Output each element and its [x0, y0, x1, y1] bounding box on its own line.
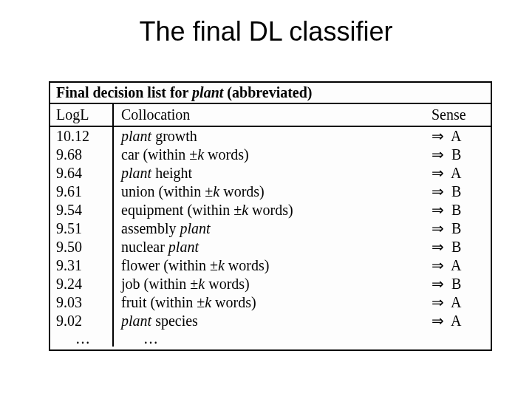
caption-suffix: (abbreviated) — [223, 84, 312, 100]
cell-collocation: equipment (within ±k words) — [114, 201, 432, 219]
cell-sense: ⇒ A — [432, 127, 485, 146]
cell-collocation: plant growth — [114, 127, 432, 146]
table-row: 9.24job (within ±k words)⇒ B — [50, 275, 491, 293]
ellipsis-sense — [432, 330, 485, 347]
table-caption: Final decision list for plant (abbreviat… — [50, 83, 491, 104]
cell-sense: ⇒ A — [432, 164, 485, 183]
cell-sense: ⇒ A — [432, 312, 485, 330]
cell-collocation: car (within ±k words) — [114, 146, 432, 164]
table-header-row: LogL Collocation Sense — [50, 104, 491, 127]
cell-logl: 9.03 — [56, 293, 114, 312]
cell-logl: 9.51 — [56, 219, 114, 238]
header-sense: Sense — [432, 106, 485, 124]
cell-collocation: job (within ±k words) — [114, 275, 432, 293]
cell-logl: 9.02 — [56, 312, 114, 330]
cell-sense: ⇒ B — [432, 219, 485, 238]
cell-logl: 9.50 — [56, 238, 114, 256]
table-row: 9.54equipment (within ±k words)⇒ B — [50, 201, 491, 219]
header-collocation: Collocation — [114, 106, 432, 124]
cell-collocation: assembly plant — [114, 219, 432, 238]
table-row: 9.02plant species⇒ A — [50, 312, 491, 330]
table-row: 9.51assembly plant⇒ B — [50, 219, 491, 238]
cell-collocation: union (within ±k words) — [114, 183, 432, 201]
header-logl: LogL — [56, 104, 114, 126]
cell-collocation: plant species — [114, 312, 432, 330]
cell-sense: ⇒ A — [432, 256, 485, 275]
cell-collocation: plant height — [114, 164, 432, 183]
slide: The final DL classifier Final decision l… — [0, 0, 532, 399]
cell-logl: 9.24 — [56, 275, 114, 293]
table-row: 9.61union (within ±k words)⇒ B — [50, 183, 491, 201]
table-row: 9.68car (within ±k words)⇒ B — [50, 146, 491, 164]
cell-logl: 9.61 — [56, 183, 114, 201]
table-row: 9.50nuclear plant⇒ B — [50, 238, 491, 256]
caption-word: plant — [192, 84, 223, 100]
caption-prefix: Final decision list for — [56, 84, 192, 100]
cell-logl: 9.54 — [56, 201, 114, 219]
cell-logl: 9.64 — [56, 164, 114, 183]
cell-sense: ⇒ B — [432, 183, 485, 201]
cell-collocation: flower (within ±k words) — [114, 256, 432, 275]
decision-list-table: Final decision list for plant (abbreviat… — [49, 81, 492, 351]
cell-collocation: fruit (within ±k words) — [114, 293, 432, 312]
table-row: 9.31flower (within ±k words)⇒ A — [50, 256, 491, 275]
cell-logl: 9.31 — [56, 256, 114, 275]
cell-sense: ⇒ B — [432, 238, 485, 256]
cell-sense: ⇒ B — [432, 275, 485, 293]
table-row: 9.03fruit (within ±k words)⇒ A — [50, 293, 491, 312]
table-body: 10.12plant growth⇒ A9.68car (within ±k w… — [50, 127, 491, 330]
ellipsis-row: … … — [50, 330, 491, 349]
ellipsis-logl: … — [56, 330, 114, 347]
table-row: 10.12plant growth⇒ A — [50, 127, 491, 146]
cell-sense: ⇒ A — [432, 293, 485, 312]
cell-collocation: nuclear plant — [114, 238, 432, 256]
page-title: The final DL classifier — [0, 0, 532, 55]
cell-logl: 10.12 — [56, 127, 114, 146]
cell-sense: ⇒ B — [432, 146, 485, 164]
ellipsis-colloc: … — [114, 330, 432, 347]
cell-sense: ⇒ B — [432, 201, 485, 219]
table-row: 9.64plant height⇒ A — [50, 164, 491, 183]
cell-logl: 9.68 — [56, 146, 114, 164]
